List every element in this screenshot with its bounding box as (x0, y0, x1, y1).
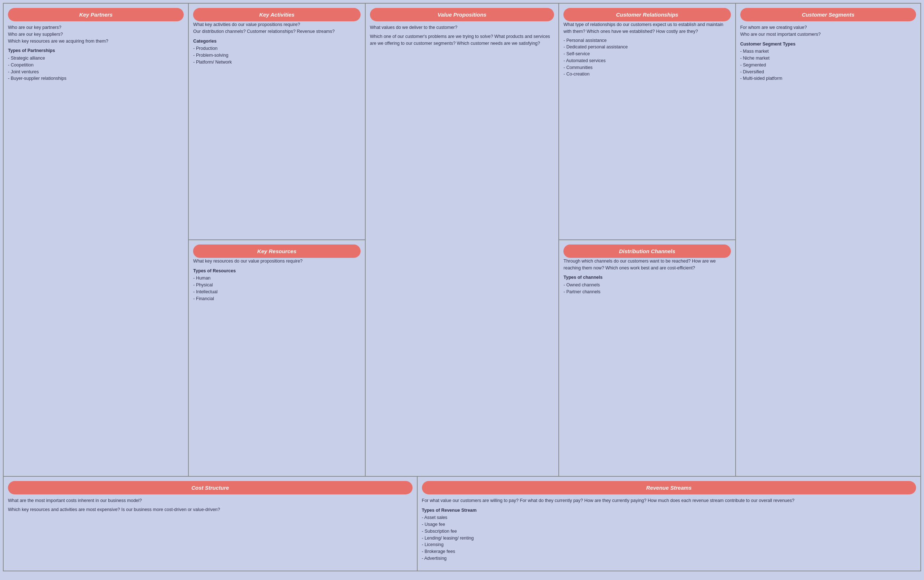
distribution-channels-body: Through which channels do our customers … (564, 258, 730, 295)
revenue-streams-cell: Revenue Streams For what value our custo… (418, 477, 921, 571)
list-item: - Mass market (740, 48, 916, 55)
list-item: - Multi-sided platform (740, 75, 916, 82)
key-activities-categories-label: Categories (193, 38, 360, 45)
customer-segments-header: Customer Segments (740, 8, 916, 21)
customer-relationships-types: - Personal assistance - Dedicated person… (564, 37, 730, 78)
list-item: - Joint ventures (8, 69, 184, 76)
revenue-streams-types: - Asset sales - Usage fee - Subscription… (422, 514, 916, 562)
distribution-channels-types-label: Types of channels (564, 274, 730, 281)
distribution-channels-cell: Distribution Channels Through which chan… (559, 240, 735, 476)
key-partners-types-label: Types of Partnerships (8, 47, 184, 54)
list-item: - Human (193, 275, 360, 282)
list-item: - Usage fee (422, 521, 916, 528)
customer-relationships-intro: What type of relationships do our custom… (564, 21, 730, 35)
list-item: - Coopetition (8, 62, 184, 69)
value-propositions-header: Value Propositions (370, 8, 554, 21)
list-item: - Strategic alliance (8, 55, 184, 62)
list-item: - Brokerage fees (422, 548, 916, 555)
list-item: - Self-service (564, 51, 730, 58)
cost-structure-cell: Cost Structure What are the most importa… (3, 477, 418, 571)
revenue-streams-body: For what value our customers are willing… (422, 497, 916, 562)
cost-structure-header: Cost Structure (8, 481, 413, 494)
key-activities-intro: What key activities do our value proposi… (193, 21, 360, 35)
key-activities-body: What key activities do our value proposi… (193, 21, 360, 66)
list-item: - Production (193, 45, 360, 52)
list-item: - Automated services (564, 58, 730, 64)
key-resources-intro: What key resources do our value proposit… (193, 258, 360, 265)
cost-structure-line1: What are the most important costs inhere… (8, 497, 413, 504)
value-propositions-detail: Which one of our customer's problems are… (370, 33, 554, 47)
business-model-canvas: Key Partners Who are our key partners?Wh… (3, 3, 921, 571)
distribution-channels-intro: Through which channels do our customers … (564, 258, 730, 272)
key-partners-header: Key Partners (8, 8, 184, 21)
revenue-streams-types-label: Types of Revenue Stream (422, 507, 916, 514)
list-item: - Physical (193, 282, 360, 288)
list-item: - Segmented (740, 62, 916, 69)
revenue-streams-header: Revenue Streams (422, 481, 916, 494)
distribution-channels-header: Distribution Channels (564, 244, 730, 258)
key-partners-cell: Key Partners Who are our key partners?Wh… (3, 3, 189, 476)
key-resources-header: Key Resources (193, 244, 360, 258)
key-activities-categories: - Production - Problem-solving - Platfor… (193, 45, 360, 65)
value-propositions-cell: Value Propositions What values do we del… (366, 3, 559, 476)
key-partners-intro: Who are our key partners?Who are our key… (8, 24, 184, 44)
list-item: - Buyer-supplier relationships (8, 75, 184, 82)
customer-relationships-body: What type of relationships do our custom… (564, 21, 730, 77)
customer-relationships-header: Customer Relationships (564, 8, 730, 21)
distribution-channels-types: - Owned channels - Partner channels (564, 282, 730, 295)
customer-relationships-cell: Customer Relationships What type of rela… (559, 3, 735, 240)
list-item: - Co-creation (564, 71, 730, 77)
key-resources-types: - Human - Physical - Intellectual - Fina… (193, 275, 360, 302)
list-item: - Diversified (740, 69, 916, 76)
list-item: - Advertising (422, 555, 916, 562)
key-partners-types: - Strategic alliance - Coopetition - Joi… (8, 55, 184, 82)
bottom-section: Cost Structure What are the most importa… (3, 477, 921, 571)
list-item: - Subscription fee (422, 528, 916, 535)
key-resources-body: What key resources do our value proposit… (193, 258, 360, 302)
value-propositions-body: What values do we deliver to the custome… (370, 24, 554, 49)
list-item: - Platform/ Network (193, 59, 360, 66)
list-item: - Communities (564, 64, 730, 71)
list-item: - Dedicated personal assistance (564, 44, 730, 51)
list-item: - Financial (193, 295, 360, 302)
value-propositions-intro: What values do we deliver to the custome… (370, 24, 554, 31)
list-item: - Licensing (422, 541, 916, 548)
list-item: - Niche market (740, 55, 916, 62)
customer-rel-channels-column: Customer Relationships What type of rela… (559, 3, 736, 476)
customer-segments-types: - Mass market - Niche market - Segmented… (740, 48, 916, 82)
cost-structure-body: What are the most important costs inhere… (8, 497, 413, 515)
customer-segments-intro: For whom are we creating value?Who are o… (740, 24, 916, 38)
key-activities-resources-column: Key Activities What key activities do ou… (189, 3, 365, 476)
key-activities-cell: Key Activities What key activities do ou… (189, 3, 365, 240)
customer-segments-body: For whom are we creating value?Who are o… (740, 24, 916, 82)
list-item: - Problem-solving (193, 52, 360, 59)
list-item: - Lending/ leasing/ renting (422, 535, 916, 542)
revenue-streams-intro: For what value our customers are willing… (422, 497, 916, 504)
list-item: - Intellectual (193, 288, 360, 295)
list-item: - Asset sales (422, 514, 916, 521)
customer-segments-cell: Customer Segments For whom are we creati… (736, 3, 921, 476)
customer-segments-types-label: Customer Segment Types (740, 41, 916, 48)
key-resources-cell: Key Resources What key resources do our … (189, 240, 365, 476)
list-item: - Owned channels (564, 282, 730, 288)
key-resources-types-label: Types of Resources (193, 268, 360, 275)
top-section: Key Partners Who are our key partners?Wh… (3, 3, 921, 477)
key-partners-body: Who are our key partners?Who are our key… (8, 24, 184, 82)
list-item: - Personal assistance (564, 37, 730, 44)
cost-structure-line2: Which key resources and activities are m… (8, 506, 413, 513)
list-item: - Partner channels (564, 288, 730, 295)
key-activities-header: Key Activities (193, 8, 360, 21)
